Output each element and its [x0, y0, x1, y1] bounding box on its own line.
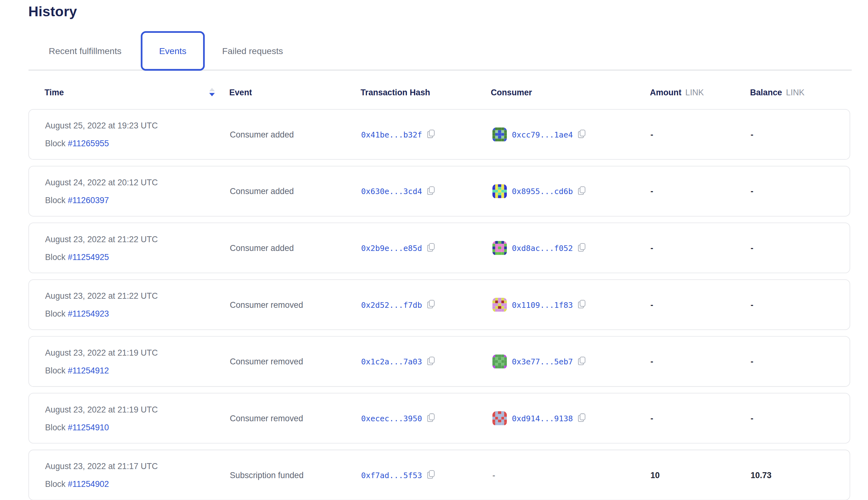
event-row: August 23, 2022 at 21:19 UTC Block #1125… [28, 336, 850, 387]
transaction-hash-link[interactable]: 0x630e...3cd4 [361, 186, 422, 195]
transaction-hash-link[interactable]: 0x2d52...f7db [361, 300, 422, 309]
event-row: August 23, 2022 at 21:17 UTC Block #1125… [28, 450, 850, 500]
block-label: Block [45, 479, 68, 488]
balance-value: - [751, 223, 753, 273]
amount-value: - [651, 166, 653, 216]
copy-transaction-hash-icon[interactable] [427, 470, 435, 480]
block-number-link[interactable]: #11260397 [68, 195, 109, 205]
copy-transaction-hash-icon[interactable] [427, 413, 435, 423]
transaction-hash-cell: 0x2d52...f7db [361, 280, 435, 329]
consumer-address-link[interactable]: 0x8955...cd6b [512, 186, 573, 195]
consumer-cell: - [492, 450, 495, 500]
history-page: History Recent fulfillments Events Faile… [0, 0, 868, 500]
block-number-link[interactable]: #11254910 [68, 422, 109, 432]
consumer-address-link[interactable]: 0xd8ac...f052 [512, 243, 573, 252]
amount-value: - [651, 110, 653, 159]
time-cell: August 25, 2022 at 19:23 UTC Block #1126… [45, 121, 158, 148]
consumer-cell: 0x8955...cd6b [492, 166, 585, 216]
consumer-identicon-avatar [492, 127, 507, 141]
event-rows: August 25, 2022 at 19:23 UTC Block #1126… [28, 109, 850, 500]
balance-value: - [751, 337, 753, 386]
amount-value: - [651, 337, 653, 386]
page-title: History [28, 3, 77, 20]
copy-transaction-hash-icon[interactable] [427, 186, 435, 196]
event-type: Consumer added [230, 223, 294, 273]
transaction-hash-link[interactable]: 0xf7ad...5f53 [361, 470, 422, 479]
copy-transaction-hash-icon[interactable] [427, 243, 435, 252]
tab-events[interactable]: Events [141, 31, 205, 71]
copy-consumer-address-icon[interactable] [578, 243, 585, 252]
copy-consumer-address-icon[interactable] [578, 130, 585, 139]
block-label: Block [45, 138, 68, 148]
copy-consumer-address-icon[interactable] [578, 356, 585, 366]
consumer-cell: 0xd914...9138 [492, 394, 585, 443]
sort-descending-icon[interactable] [208, 87, 216, 98]
timestamp: August 23, 2022 at 21:19 UTC [45, 405, 158, 414]
time-cell: August 23, 2022 at 21:19 UTC Block #1125… [45, 348, 158, 375]
balance-unit-label: LINK [786, 88, 804, 97]
transaction-hash-link[interactable]: 0x2b9e...e85d [361, 243, 422, 252]
consumer-cell: 0x1109...1f83 [492, 280, 585, 329]
transaction-hash-link[interactable]: 0xecec...3950 [361, 414, 422, 422]
event-type: Consumer added [230, 110, 294, 159]
column-header-transaction-hash: Transaction Hash [361, 88, 430, 97]
copy-consumer-address-icon[interactable] [578, 413, 585, 423]
copy-consumer-address-icon[interactable] [578, 300, 585, 309]
time-cell: August 24, 2022 at 20:12 UTC Block #1126… [45, 178, 158, 205]
consumer-address-link[interactable]: 0x1109...1f83 [512, 300, 573, 309]
sort-ascending-arrow-icon [209, 88, 215, 91]
block-line: Block #11254925 [45, 252, 158, 262]
block-label: Block [45, 366, 68, 375]
block-number-link[interactable]: #11254902 [68, 479, 109, 488]
amount-value: 10 [651, 450, 660, 500]
balance-value: 10.73 [751, 450, 772, 500]
copy-transaction-hash-icon[interactable] [427, 300, 435, 309]
amount-value: - [651, 280, 653, 329]
copy-consumer-address-icon[interactable] [578, 186, 585, 196]
column-header-time[interactable]: Time [44, 88, 64, 97]
amount-label: Amount [650, 88, 682, 97]
event-row: August 24, 2022 at 20:12 UTC Block #1126… [28, 166, 850, 217]
block-line: Block #11260397 [45, 195, 158, 205]
copy-transaction-hash-icon[interactable] [427, 356, 435, 366]
consumer-address-link[interactable]: 0xcc79...1ae4 [512, 130, 573, 139]
consumer-cell: 0xcc79...1ae4 [492, 110, 585, 159]
transaction-hash-link[interactable]: 0x41be...b32f [361, 130, 422, 139]
block-line: Block #11265955 [45, 138, 158, 148]
block-number-link[interactable]: #11254912 [68, 366, 109, 375]
event-type: Subscription funded [230, 450, 304, 500]
consumer-address-link[interactable]: 0xd914...9138 [512, 414, 573, 422]
timestamp: August 25, 2022 at 19:23 UTC [45, 121, 158, 130]
tab-bar: Recent fulfillments Events Failed reques… [0, 31, 852, 71]
transaction-hash-cell: 0x41be...b32f [361, 110, 435, 159]
column-header-amount: AmountLINK [650, 88, 704, 97]
block-number-link[interactable]: #11265955 [68, 138, 109, 148]
balance-value: - [751, 110, 753, 159]
transaction-hash-cell: 0x1c2a...7a03 [361, 337, 435, 386]
tab-recent-fulfillments[interactable]: Recent fulfillments [43, 31, 127, 71]
consumer-identicon-avatar [492, 241, 507, 255]
event-row: August 23, 2022 at 21:22 UTC Block #1125… [28, 223, 850, 273]
event-row: August 25, 2022 at 19:23 UTC Block #1126… [28, 109, 850, 160]
block-line: Block #11254923 [45, 309, 158, 318]
transaction-hash-cell: 0xf7ad...5f53 [361, 450, 435, 500]
balance-label: Balance [750, 88, 782, 97]
time-cell: August 23, 2022 at 21:22 UTC Block #1125… [45, 234, 158, 262]
column-header-consumer: Consumer [491, 88, 532, 97]
transaction-hash-link[interactable]: 0x1c2a...7a03 [361, 357, 422, 366]
timestamp: August 24, 2022 at 20:12 UTC [45, 178, 158, 187]
column-header-balance: BalanceLINK [750, 88, 804, 97]
consumer-identicon-avatar [492, 184, 507, 198]
timestamp: August 23, 2022 at 21:19 UTC [45, 348, 158, 357]
column-header-event: Event [229, 88, 252, 97]
copy-transaction-hash-icon[interactable] [427, 130, 435, 139]
block-number-link[interactable]: #11254925 [68, 252, 109, 262]
block-number-link[interactable]: #11254923 [68, 309, 109, 318]
transaction-hash-cell: 0x2b9e...e85d [361, 223, 435, 273]
consumer-address-link[interactable]: 0x3e77...5eb7 [512, 357, 573, 366]
tab-failed-requests[interactable]: Failed requests [219, 31, 286, 71]
time-cell: August 23, 2022 at 21:19 UTC Block #1125… [45, 405, 158, 432]
sort-descending-arrow-icon [209, 93, 215, 96]
table-header: Time Event Transaction Hash Consumer Amo… [0, 71, 868, 109]
consumer-cell: 0xd8ac...f052 [492, 223, 585, 273]
